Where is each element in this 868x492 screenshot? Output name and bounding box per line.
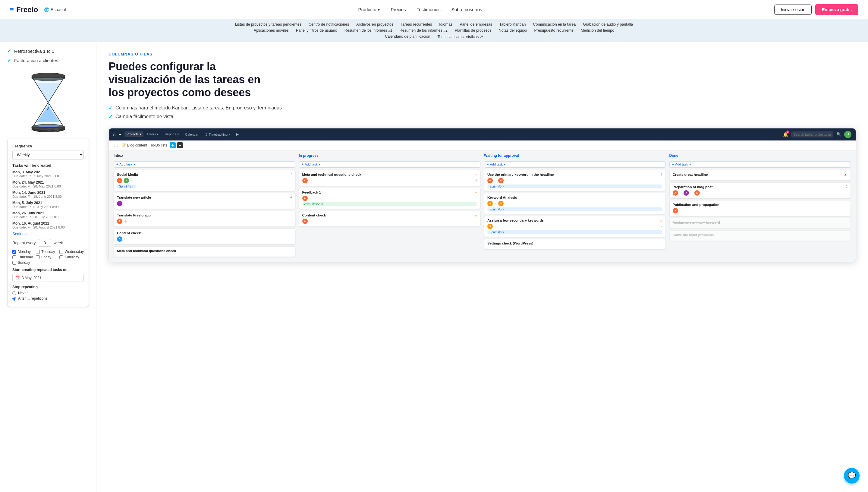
feature-link-r2-5[interactable]: Notas del equipo — [499, 28, 527, 32]
day-thursday-checkbox[interactable] — [12, 255, 16, 259]
add-dark-button[interactable]: + — [177, 142, 183, 148]
logo[interactable]: ≡ Freelo — [10, 5, 38, 14]
feature-link-r3-0[interactable]: Calendario de planificación — [385, 34, 430, 39]
day-sunday-label: Sunday — [18, 261, 30, 265]
day-saturday-checkbox[interactable] — [59, 255, 63, 259]
avatar: A — [117, 236, 122, 242]
nav-nosotros[interactable]: Sobre nosotros — [452, 7, 482, 12]
nav-testimonios[interactable]: Testimonios — [417, 7, 441, 12]
task-card-blog-post[interactable]: Preparation of blog post 2 A → J → A — [669, 182, 851, 198]
day-monday-checkbox[interactable] — [12, 250, 16, 254]
language-button[interactable]: 🌐 Español — [44, 7, 66, 12]
never-radio[interactable] — [12, 291, 16, 295]
feature-link-1[interactable]: Centro de notificaciones — [309, 22, 349, 27]
task-meta: J — [117, 201, 292, 206]
feature-link-0[interactable]: Listas de proyectos y tareas pendientes — [235, 22, 301, 27]
feature-link-r2-7[interactable]: Medición del tiempo — [581, 28, 614, 32]
feature-link-r2-4[interactable]: Plantillas de procesos — [455, 28, 491, 32]
task-meta: A ○ — [302, 196, 478, 201]
task-card-keyword-analysis[interactable]: Keyword Analysis S → S ○ Sprint #5 × — [484, 193, 666, 214]
add-buttons: + + — [170, 142, 183, 148]
feature-link-2[interactable]: Archivos en proyectos — [356, 22, 393, 27]
day-tuesday-checkbox[interactable] — [36, 250, 40, 254]
search-icon[interactable]: 🔍 — [836, 132, 841, 137]
nav-producto[interactable]: Producto ▾ — [358, 7, 380, 13]
task-card-content-check-progress[interactable]: Content check △ A — [299, 211, 481, 227]
kanban-nav-play[interactable]: ▶ — [234, 131, 241, 137]
arrow-icon: → — [494, 202, 497, 205]
feature-link-3[interactable]: Tareas recurrentes — [401, 22, 432, 27]
tag: Sprint #5 × — [487, 207, 662, 211]
date-input-row[interactable]: 📅 3 May, 2021 — [12, 274, 84, 282]
task-card-meta-inbox[interactable]: Meta and technical questions check — [113, 246, 296, 257]
task-card-secondary-keywords[interactable]: Assign a few secondary keywords △ S 2 Sp… — [484, 216, 666, 237]
task-card-primary-keyword[interactable]: Use the primary keyword in the headline … — [484, 170, 666, 191]
kanban-nav-reports[interactable]: Reports ▾ — [162, 131, 181, 137]
feature-link-6[interactable]: Tablero Kanban — [500, 22, 526, 27]
kanban-search[interactable] — [791, 131, 833, 138]
task-card-social-media[interactable]: Social Media 7 A A ○ Sprint #5 × — [113, 170, 296, 191]
frequency-select[interactable]: Weekly — [12, 150, 84, 159]
add-task-waiting[interactable]: + Add task ▾ — [484, 161, 666, 168]
day-friday-checkbox[interactable] — [36, 255, 40, 259]
after-radio[interactable] — [12, 297, 16, 300]
feature-link-r2-0[interactable]: Aplicaciones móviles — [254, 28, 289, 32]
add-green-button[interactable]: + — [170, 142, 176, 148]
bell-badge: 1 — [786, 130, 789, 133]
fc-checkmark-0: ✓ — [108, 105, 112, 111]
nav-precios[interactable]: Precios — [391, 7, 406, 12]
task-card-meta-inprogress[interactable]: Meta and technical questions check △ A 8 — [299, 170, 481, 186]
feature-link-8[interactable]: Grabación de audio y pantalla — [583, 22, 633, 27]
task-card-assign-primary[interactable]: Assign one primary keyword — [669, 218, 851, 228]
recurring-form: Frequency Weekly Tasks will be created M… — [7, 139, 89, 307]
task-meta: A → A ○ — [487, 178, 662, 183]
feature-link-5[interactable]: Panel de empresas — [460, 22, 492, 27]
kanban-nav-projects[interactable]: Projects ▾ — [125, 131, 144, 137]
task-card-content-check-inbox[interactable]: Content check A ○ — [113, 228, 296, 245]
settings-link[interactable]: Settings... — [12, 231, 84, 236]
day-saturday: Saturday — [59, 255, 84, 259]
plus-icon[interactable]: + — [119, 132, 121, 137]
task-card-great-headline[interactable]: Create great headline 🔺 — [669, 170, 851, 180]
add-task-done[interactable]: + Add task ▾ — [669, 161, 851, 168]
feature-link-7[interactable]: Comunicación en la tarea — [533, 22, 576, 27]
kanban-nav-calendar[interactable]: Calendar — [183, 132, 201, 137]
day-sunday-checkbox[interactable] — [12, 261, 16, 265]
task-num: 2 — [661, 225, 662, 228]
task-card-feedback[interactable]: Feedback 1 △ A ○ consultation × — [299, 188, 481, 209]
kanban-nav-timetracking[interactable]: ⏱ Timetracking ▾ — [203, 132, 232, 137]
kanban-nav-users[interactable]: Users ▾ — [145, 131, 161, 137]
login-button[interactable]: Iniciar sesión — [774, 4, 812, 15]
more-options-icon[interactable]: ⋮ — [847, 142, 851, 148]
task-tags: consultation × — [302, 202, 478, 206]
add-task-inprogress[interactable]: + Add task ▾ — [299, 161, 481, 168]
add-task-inbox[interactable]: + Add task ▾ — [113, 161, 296, 168]
repeat-input[interactable] — [38, 239, 51, 247]
kanban-col-inprogress: In progress + Add task ▾ Meta and techni… — [297, 153, 483, 259]
logo-icon: ≡ — [10, 5, 14, 14]
kanban-breadcrumb: 📝 Blog content › To-Do lists — [122, 143, 167, 147]
task-card-settings-check[interactable]: Settings check (WordPress) — [484, 239, 666, 249]
feature-check-0: ✓ Columnas para el método Kanban: Lista … — [108, 105, 856, 111]
feature-link-r2-3[interactable]: Resumen de los informes #2 — [400, 28, 448, 32]
feature-link-r2-1[interactable]: Panel y filtros de usuario — [296, 28, 337, 32]
task-card-toilet[interactable]: Solve the toilet problems — [669, 230, 851, 241]
feature-nav-row1: Listas de proyectos y tareas pendientes … — [7, 22, 861, 27]
fc-checkmark-1: ✓ — [108, 114, 112, 120]
task-card-translate-app[interactable]: Translate Freelo app A ◷ — [113, 211, 296, 227]
feature-link-4[interactable]: Idiomas — [439, 22, 452, 27]
task-card-translate-article[interactable]: Translate new article 4 J — [113, 193, 296, 209]
day-wednesday-checkbox[interactable] — [59, 250, 63, 254]
avatar: S — [487, 224, 493, 229]
feature-link-r2-6[interactable]: Presupuesto recurrente — [534, 28, 573, 32]
start-button[interactable]: Empieza gratis — [815, 4, 858, 15]
task-card-publication[interactable]: Publication and propagation A — [669, 200, 851, 216]
feature-link-r3-1[interactable]: Todas las características ↗ — [437, 34, 483, 39]
chat-button[interactable]: 💬 — [844, 468, 860, 484]
day-monday-label: Monday — [18, 250, 31, 254]
tag: Sprint #6 × — [487, 230, 662, 234]
feature-link-r2-2[interactable]: Resumen de los informes #1 — [344, 28, 392, 32]
home-icon[interactable]: ⌂ — [113, 132, 116, 137]
task-title: Translate Freelo app — [117, 214, 292, 217]
task-tags: Sprint #5 × — [487, 184, 662, 189]
